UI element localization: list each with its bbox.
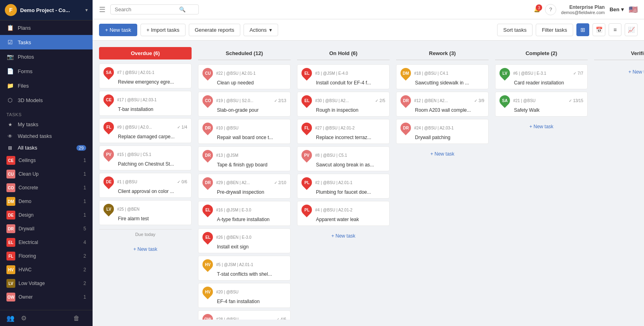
sidebar-category-dr[interactable]: DR Drywall 5 <box>0 222 93 236</box>
all-tasks-item[interactable]: ⊞ All tasks 29 <box>0 142 93 154</box>
sidebar-category-lv[interactable]: LV Low Voltage 2 <box>0 277 93 290</box>
new-task-button[interactable]: + New task <box>99 24 137 36</box>
task-card[interactable]: DR #13 | @JSM Tape & finish gyp board <box>198 146 291 171</box>
watched-tasks-item[interactable]: 👁 Watched tasks <box>0 130 93 142</box>
task-card[interactable]: DR #29 | @BEN | A2... ✓ 2/10 Pre-drywall… <box>198 174 291 199</box>
task-card[interactable]: LV #6 | @BSU | E-3.1 ✓ 7/7 Card reader i… <box>495 64 588 89</box>
my-tasks-item[interactable]: ★ My tasks <box>0 119 93 130</box>
search-input[interactable] <box>115 6 179 12</box>
generate-reports-button[interactable]: Generate reports <box>189 24 240 36</box>
sidebar-category-ow[interactable]: OW Owner 1 <box>0 290 93 304</box>
notification-button[interactable]: 🔔 3 <box>534 6 540 12</box>
help-button[interactable]: ? <box>545 4 556 15</box>
filter-tasks-button[interactable]: Filter tasks <box>536 24 573 36</box>
calendar-view-button[interactable]: 📅 <box>592 23 605 36</box>
hamburger-icon[interactable]: ☰ <box>99 5 105 14</box>
card-header: SA #21 | @BSU ✓ 13/15 <box>500 95 583 106</box>
sidebar-category-ce[interactable]: CE Ceilings 1 <box>0 154 93 167</box>
sidebar-category-cu[interactable]: CU Clean Up 1 <box>0 167 93 181</box>
task-card[interactable]: OW #28 | @BSU ✓ 4/6 Site visit walk <box>198 310 291 320</box>
task-card[interactable]: DR #10 | @BSU Repair wall board once t..… <box>198 119 291 144</box>
task-card[interactable]: CE #17 | @BSU | A2.03-1 T-bar installati… <box>99 91 192 116</box>
user-button[interactable]: Ben ▾ <box>609 6 624 12</box>
card-title: Sawcutting sidewalk in ... <box>415 80 484 86</box>
avatar-pin: SA <box>101 65 116 80</box>
main-content: ☰ 🔍 🔔 3 ? Enterprise Plan demos@fieldwir… <box>93 0 644 326</box>
task-card[interactable]: EL #3 | @JSM | E-4.0 Install conduit for… <box>297 64 390 89</box>
task-card[interactable]: EL #26 | @BEN | E-3.0 Install exit sign <box>198 228 291 253</box>
column-complete: Complete (2) LV #6 | @BSU | E-3.1 ✓ 7/7 … <box>495 47 588 320</box>
sidebar-category-fl[interactable]: FL Flooring 2 <box>0 249 93 263</box>
task-card[interactable]: SA #21 | @BSU ✓ 13/15 Safety Walk <box>495 92 588 117</box>
card-meta: #18 | @BSU | C4.1 <box>414 71 484 76</box>
card-meta: #20 | @BSU <box>216 290 286 294</box>
task-card[interactable]: LV #25 | @BEN Fire alarm test <box>99 200 192 225</box>
task-card[interactable]: DE #1 | @BSU ✓ 0/6 Client approval on co… <box>99 173 192 198</box>
sidebar-item-forms[interactable]: 📄 Forms <box>0 64 93 78</box>
category-list: CE Ceilings 1 CU Clean Up 1 CO Concrete … <box>0 154 93 304</box>
sidebar-category-hv[interactable]: HV HVAC 2 <box>0 263 93 277</box>
sidebar-item-files[interactable]: 📁 Files <box>0 78 93 93</box>
sort-tasks-button[interactable]: Sort tasks <box>497 24 533 36</box>
sidebar-item-tasks[interactable]: ☑ Tasks <box>0 35 93 49</box>
new-task-column-button[interactable]: + New task <box>495 121 588 133</box>
sidebar-category-co[interactable]: CO Concrete 1 <box>0 181 93 195</box>
card-meta: #27 | @BSU | A2.01-2 <box>315 126 385 130</box>
settings-icon[interactable]: ⚙ <box>21 314 27 322</box>
sidebar-category-de[interactable]: DE Design 1 <box>0 208 93 222</box>
task-card[interactable]: PV #15 | @BSU | C5.1 Patching on Chestnu… <box>99 146 192 170</box>
people-icon[interactable]: 👥 <box>6 314 14 322</box>
task-card[interactable]: PL #2 | @BSU | A2.01-1 Plumbing for fauc… <box>297 174 390 199</box>
avatar-pin: CU <box>200 66 215 81</box>
task-card[interactable]: DR #24 | @BSU | A2.03-1 Drywall patching <box>396 119 489 144</box>
grid-view-button[interactable]: ⊞ <box>576 23 589 36</box>
task-card[interactable]: EL #16 | @JSM | E-3.0 A-type fixture ins… <box>198 201 291 226</box>
sidebar-item-photos[interactable]: 📷 Photos <box>0 49 93 64</box>
chevron-down-icon[interactable]: ▾ <box>85 7 88 13</box>
card-meta: #15 | @BSU | C5.1 <box>117 152 187 157</box>
card-header: HV #20 | @BSU <box>202 287 286 297</box>
card-header: FL #9 | @BSU | A2.0... ✓ 1/4 <box>103 122 187 132</box>
column-cards-scheduled: CU #22 | @BSU | A2.01-1 Clean up needed … <box>198 64 291 320</box>
category-count: 2 <box>83 267 86 273</box>
search-box[interactable]: 🔍 <box>110 4 199 14</box>
sidebar-item-3dmodels[interactable]: ⬡ 3D Models <box>0 93 93 107</box>
task-card[interactable]: DR #12 | @BEN | A2... ✓ 3/9 Room A203 wa… <box>396 92 489 117</box>
card-header: PV #15 | @BSU | C5.1 <box>103 149 187 160</box>
new-task-column-button[interactable]: + New task <box>396 148 489 160</box>
avatar-initials: HV <box>205 290 211 294</box>
sidebar-header[interactable]: F Demo Project - Co... ▾ <box>0 0 93 21</box>
actions-button[interactable]: Actions ▾ <box>244 24 278 36</box>
task-card[interactable]: CU #22 | @BSU | A2.01-1 Clean up needed <box>198 64 291 89</box>
sidebar-category-el[interactable]: EL Electrical 4 <box>0 236 93 249</box>
card-header: OW #28 | @BSU ✓ 4/6 <box>202 314 286 320</box>
card-meta: #24 | @BSU | A2.03-1 <box>414 126 484 130</box>
task-card[interactable]: PL #4 | @BSU | A2.01-2 Apparent water le… <box>297 201 390 226</box>
sidebar-category-dm[interactable]: DM Demo 1 <box>0 195 93 208</box>
card-header: SA #7 | @BSU | A2.01-1 <box>103 67 187 78</box>
category-label: Concrete <box>19 185 38 191</box>
card-title: T-bar installation <box>118 107 187 112</box>
import-tasks-button[interactable]: + Import tasks <box>140 24 186 36</box>
task-card[interactable]: CO #19 | @BSU | S2.0... ✓ 2/13 Slab-on-g… <box>198 92 291 117</box>
category-badge-lv: LV <box>6 279 15 288</box>
task-card[interactable]: FL #27 | @BSU | A2.01-2 Replace incorrec… <box>297 119 390 144</box>
category-count: 1 <box>83 294 86 300</box>
list-view-button[interactable]: ≡ <box>609 23 621 36</box>
task-card[interactable]: EL #30 | @BSU | A2... ✓ 2/5 Rough in ins… <box>297 92 390 117</box>
task-card[interactable]: FL #9 | @BSU | A2.0... ✓ 1/4 Replace dam… <box>99 118 192 143</box>
new-task-column-button[interactable]: + New task <box>594 66 644 78</box>
flag-icon[interactable]: 🇺🇸 <box>629 5 638 14</box>
task-card[interactable]: PV #8 | @BSU | C5.1 Sawcut along break i… <box>297 146 390 171</box>
new-task-column-button[interactable]: + New task <box>99 243 192 255</box>
trash-icon[interactable]: 🗑 <box>73 315 80 322</box>
task-card[interactable]: HV #5 | @JSM | A2.01-1 T-stat conflicts … <box>198 256 291 281</box>
task-card[interactable]: DM #18 | @BSU | C4.1 Sawcutting sidewalk… <box>396 64 489 89</box>
kanban-board: Overdue (6) SA #7 | @BSU | A2.01-1 Revie… <box>93 41 644 326</box>
sidebar-item-plans[interactable]: 📋 Plans <box>0 21 93 35</box>
new-task-column-button[interactable]: + New task <box>297 230 390 242</box>
task-card[interactable]: HV #20 | @BSU EF-4 fan installation <box>198 283 291 308</box>
chart-view-button[interactable]: 📈 <box>625 23 638 36</box>
avatar-initials: CO <box>205 98 211 103</box>
task-card[interactable]: SA #7 | @BSU | A2.01-1 Review emergency … <box>99 64 192 88</box>
